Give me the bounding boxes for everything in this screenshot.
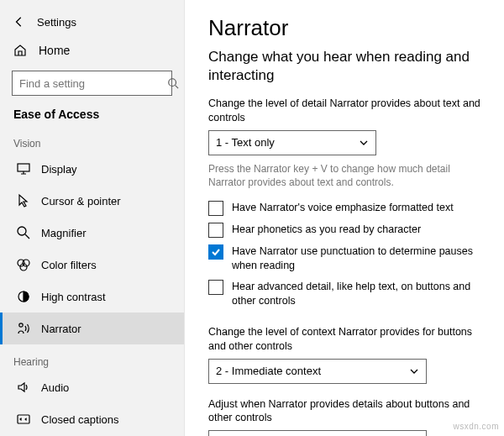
checkbox-label: Hear advanced detail, like help text, on… [232,280,484,308]
search-icon [167,77,179,89]
app-title: Settings [37,16,76,29]
display-icon [16,161,31,176]
watermark: wsxdn.com [453,422,499,431]
sidebar-item-closed-captions[interactable]: Closed captions [0,403,184,435]
checkbox-punctuation-pauses[interactable]: Have Narrator use punctuation to determi… [208,244,484,273]
back-arrow-icon [13,16,25,28]
detail-level-dropdown[interactable]: 1 - Text only [208,130,376,155]
checkbox-icon [208,280,223,295]
page-subtitle: Change what you hear when reading and in… [208,48,484,85]
sidebar-item-high-contrast[interactable]: High contrast [0,281,184,313]
search-input-wrap[interactable] [12,71,172,96]
sidebar-item-display[interactable]: Display [0,153,184,185]
home-label: Home [39,44,70,57]
search-input[interactable] [13,71,167,95]
context-level-label: Change the level of context Narrator pro… [208,325,484,354]
chevron-down-icon [409,366,419,376]
svg-point-7 [19,323,23,327]
when-details-dropdown[interactable]: Before controls [208,430,427,436]
checkbox-label: Have Narrator's voice emphasize formatte… [232,201,454,215]
checkbox-icon [208,223,223,238]
back-button[interactable]: Settings [0,8,184,35]
checkbox-label: Hear phonetics as you read by character [232,223,421,237]
sidebar-item-label: Audio [41,381,69,394]
home-button[interactable]: Home [0,35,184,66]
page-title: Narrator [208,15,484,41]
closed-captions-icon [16,412,31,427]
color-filters-icon [16,257,31,272]
checkbox-phonetics[interactable]: Hear phonetics as you read by character [208,223,484,238]
checkbox-advanced-detail[interactable]: Hear advanced detail, like help text, on… [208,280,484,308]
main-content: Narrator Change what you hear when readi… [185,0,504,436]
sidebar-item-label: Display [41,163,77,176]
cursor-icon [16,193,31,208]
magnifier-icon [16,225,31,240]
svg-point-2 [18,227,26,235]
checkbox-emphasize-formatted[interactable]: Have Narrator's voice emphasize formatte… [208,201,484,216]
sidebar-item-label: Closed captions [41,413,119,426]
home-icon [13,44,27,57]
sidebar-item-cursor[interactable]: Cursor & pointer [0,185,184,217]
detail-level-label: Change the level of detail Narrator prov… [208,97,484,125]
dropdown-value: 2 - Immediate context [216,365,321,377]
section-title: Ease of Access [0,104,184,126]
group-vision-label: Vision [0,126,184,153]
sidebar: Settings Home Ease of Access Vision Disp… [0,0,185,436]
sidebar-item-label: Magnifier [41,227,86,239]
sidebar-item-label: Cursor & pointer [41,195,121,207]
audio-icon [16,380,31,395]
context-level-dropdown[interactable]: 2 - Immediate context [208,359,427,384]
checkbox-icon [208,201,223,216]
when-details-label: Adjust when Narrator provides details ab… [208,397,484,426]
sidebar-item-audio[interactable]: Audio [0,371,184,403]
high-contrast-icon [16,289,31,304]
detail-level-hint: Press the Narrator key + V to change how… [208,162,484,189]
sidebar-item-color-filters[interactable]: Color filters [0,249,184,281]
sidebar-item-label: Narrator [41,323,81,335]
svg-point-0 [169,79,176,87]
sidebar-item-narrator[interactable]: Narrator [0,313,184,344]
checkbox-label: Have Narrator use punctuation to determi… [232,244,484,273]
svg-rect-8 [18,415,29,423]
svg-rect-1 [18,164,29,171]
chevron-down-icon [359,138,369,148]
sidebar-item-magnifier[interactable]: Magnifier [0,217,184,249]
narrator-icon [16,321,31,336]
sidebar-item-label: High contrast [41,291,106,303]
checkbox-icon [208,244,223,260]
dropdown-value: 1 - Text only [216,136,275,149]
sidebar-item-label: Color filters [41,259,97,271]
group-hearing-label: Hearing [0,344,184,371]
